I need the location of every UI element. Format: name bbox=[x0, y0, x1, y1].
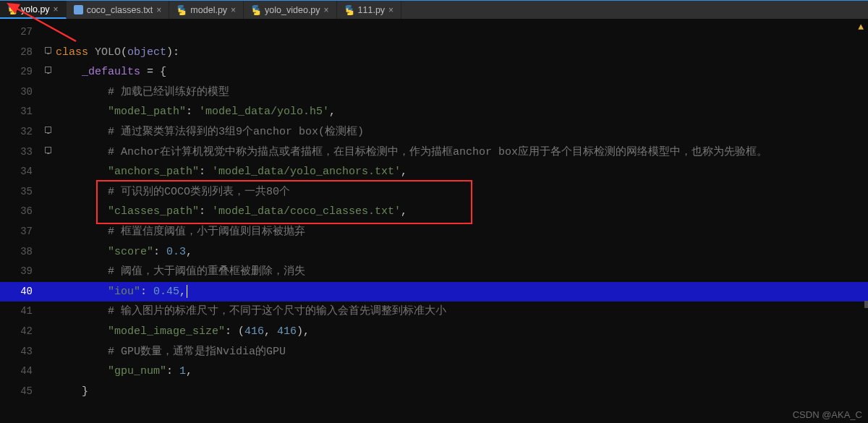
code-line-33[interactable]: # Anchor在计算机视觉中称为描点或者描框，在目标检测中，作为描框ancho… bbox=[56, 142, 868, 163]
line-number: 41 bbox=[0, 302, 40, 322]
tab-111-py[interactable]: 111.py × bbox=[337, 1, 402, 19]
code-line-30[interactable]: # 加载已经训练好的模型 bbox=[56, 82, 868, 103]
code-area[interactable]: class YOLO(object): _defaults = { # 加载已经… bbox=[56, 19, 868, 423]
fold-marker[interactable] bbox=[40, 182, 56, 202]
close-icon[interactable]: × bbox=[231, 5, 236, 15]
line-number: 36 bbox=[0, 202, 40, 222]
text-file-icon bbox=[74, 5, 83, 14]
code-line-44[interactable]: "gpu_num": 1, bbox=[56, 362, 868, 382]
fold-marker[interactable] bbox=[40, 282, 56, 302]
line-number: 31 bbox=[0, 102, 40, 122]
line-number: 39 bbox=[0, 262, 40, 282]
code-line-41[interactable]: # 输入图片的标准尺寸，不同于这个尺寸的输入会首先调整到标准大小 bbox=[56, 302, 868, 322]
line-number: 43 bbox=[0, 342, 40, 362]
code-line-37[interactable]: # 框置信度阈值，小于阈值则目标被抛弃 bbox=[56, 222, 868, 242]
code-line-45[interactable]: } bbox=[56, 382, 868, 402]
code-line-42[interactable]: "model_image_size": (416, 416), bbox=[56, 322, 868, 342]
fold-marker[interactable] bbox=[40, 142, 56, 163]
code-line-36[interactable]: "classes_path": 'model_data/coco_classes… bbox=[56, 202, 868, 222]
line-number: 38 bbox=[0, 242, 40, 262]
fold-marker[interactable] bbox=[40, 242, 56, 262]
fold-marker[interactable] bbox=[40, 62, 56, 82]
code-line-34[interactable]: "anchors_path": 'model_data/yolo_anchors… bbox=[56, 162, 868, 182]
fold-marker[interactable] bbox=[40, 162, 56, 182]
code-line-28[interactable]: class YOLO(object): bbox=[56, 43, 868, 63]
fold-marker[interactable] bbox=[40, 43, 56, 63]
code-line-31[interactable]: "model_path": 'model_data/yolo.h5', bbox=[56, 102, 868, 122]
python-file-icon bbox=[251, 5, 261, 15]
fold-marker[interactable] bbox=[40, 302, 56, 322]
python-file-icon bbox=[7, 4, 17, 14]
fold-marker[interactable] bbox=[40, 82, 56, 103]
line-number: 27 bbox=[0, 22, 40, 43]
tab-label: coco_classes.txt bbox=[87, 5, 153, 15]
python-file-icon bbox=[344, 5, 354, 15]
line-number: 40 bbox=[0, 282, 40, 302]
tab-yolo-py[interactable]: yolo.py × bbox=[0, 1, 67, 19]
line-number: 28 bbox=[0, 43, 40, 63]
tab-label: yolo_video.py bbox=[265, 5, 320, 15]
editor-tabbar: yolo.py × coco_classes.txt × model.py × … bbox=[0, 0, 868, 19]
tab-label: 111.py bbox=[358, 5, 386, 15]
line-number: 44 bbox=[0, 362, 40, 382]
tab-yolo-video-py[interactable]: yolo_video.py × bbox=[244, 1, 336, 19]
close-icon[interactable]: × bbox=[156, 5, 161, 15]
line-number: 33 bbox=[0, 142, 40, 163]
line-number: 29 bbox=[0, 62, 40, 82]
fold-marker[interactable] bbox=[40, 102, 56, 122]
tab-model-py[interactable]: model.py × bbox=[169, 1, 244, 19]
fold-marker[interactable] bbox=[40, 342, 56, 362]
fold-marker[interactable] bbox=[40, 122, 56, 142]
code-line-35[interactable]: # 可识别的COCO类别列表，一共80个 bbox=[56, 182, 868, 202]
close-icon[interactable]: × bbox=[324, 5, 329, 15]
code-line-38[interactable]: "score": 0.3, bbox=[56, 242, 868, 262]
fold-marker[interactable] bbox=[40, 322, 56, 342]
line-number: 34 bbox=[0, 162, 40, 182]
line-number: 35 bbox=[0, 182, 40, 202]
close-icon[interactable]: × bbox=[54, 4, 59, 14]
fold-marker[interactable] bbox=[40, 262, 56, 282]
code-line-43[interactable]: # GPU数量，通常是指Nvidia的GPU bbox=[56, 342, 868, 362]
python-file-icon bbox=[176, 5, 187, 15]
code-line-27[interactable] bbox=[56, 22, 868, 43]
tab-label: yolo.py bbox=[21, 4, 50, 14]
code-editor[interactable]: 27282930313233343536373839404142434445 c… bbox=[0, 19, 868, 423]
fold-marker[interactable] bbox=[40, 382, 56, 402]
code-line-32[interactable]: # 通过聚类算法得到的3组9个anchor box(检测框) bbox=[56, 122, 868, 142]
tab-coco-classes-txt[interactable]: coco_classes.txt × bbox=[67, 1, 170, 19]
fold-marker[interactable] bbox=[40, 362, 56, 382]
line-number: 42 bbox=[0, 322, 40, 342]
code-line-39[interactable]: # 阈值，大于阈值的重叠框被删除，消失 bbox=[56, 262, 868, 282]
fold-marker[interactable] bbox=[40, 222, 56, 242]
line-number: 32 bbox=[0, 122, 40, 142]
close-icon[interactable]: × bbox=[388, 5, 393, 15]
fold-marker[interactable] bbox=[40, 22, 56, 43]
scrollbar-marker[interactable] bbox=[864, 301, 868, 308]
fold-marker[interactable] bbox=[40, 202, 56, 222]
warning-indicator[interactable] bbox=[858, 22, 864, 33]
tab-label: model.py bbox=[190, 5, 227, 15]
line-number-gutter: 27282930313233343536373839404142434445 bbox=[0, 19, 40, 423]
line-number: 30 bbox=[0, 82, 40, 103]
fold-gutter bbox=[40, 19, 56, 423]
line-number: 45 bbox=[0, 382, 40, 402]
watermark-text: CSDN @AKA_C bbox=[793, 409, 862, 420]
line-number: 37 bbox=[0, 222, 40, 242]
code-line-29[interactable]: _defaults = { bbox=[56, 62, 868, 82]
code-line-40[interactable]: "iou": 0.45, bbox=[56, 282, 868, 302]
